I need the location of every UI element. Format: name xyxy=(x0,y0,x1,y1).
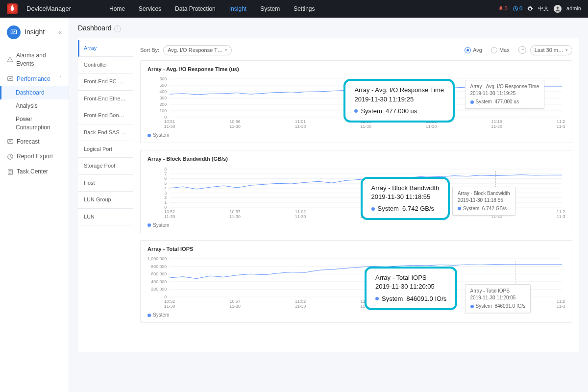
sidebar-sub-power-consumption[interactable]: Power Consumption xyxy=(0,113,69,134)
svg-text:11:01: 11:01 xyxy=(295,119,306,124)
chart-legend[interactable]: System xyxy=(147,132,565,139)
sidebar-icon xyxy=(7,75,14,82)
tab-front-end-fc-port[interactable]: Front-End FC Port xyxy=(78,74,133,90)
svg-text:10:52: 10:52 xyxy=(164,209,175,214)
tab-front-end-ethernet-port[interactable]: Front-End Ethernet Port xyxy=(78,91,133,107)
svg-text:11-30: 11-30 xyxy=(557,214,565,219)
sortby-select[interactable]: Avg. I/O Response T…▾ xyxy=(163,45,232,55)
svg-text:5: 5 xyxy=(164,181,167,186)
sidebar-sub-analysis[interactable]: Analysis xyxy=(0,99,69,113)
jobs-badge[interactable]: 0 xyxy=(513,5,522,12)
svg-text:10:51: 10:51 xyxy=(164,119,175,124)
tab-lun-group[interactable]: LUN Group xyxy=(78,192,133,208)
svg-text:800,000: 800,000 xyxy=(151,264,167,269)
brand-title: DeviceManager xyxy=(26,4,71,13)
svg-text:1,000,000: 1,000,000 xyxy=(147,256,167,261)
svg-text:10:56: 10:56 xyxy=(230,119,241,124)
chart-tooltip: Array - Block Bandwidth2019-11-30 11:18:… xyxy=(452,187,515,216)
sidebar-nav: Alarms and EventsPerformance˄DashboardAn… xyxy=(0,48,69,179)
svg-text:200,000: 200,000 xyxy=(151,287,167,292)
svg-text:10:57: 10:57 xyxy=(230,299,241,304)
svg-text:4: 4 xyxy=(164,186,167,191)
radio-avg[interactable]: Avg xyxy=(465,47,482,54)
svg-text:11:12: 11:12 xyxy=(426,299,437,304)
svg-rect-4 xyxy=(10,59,10,60)
sidebar-collapse-icon[interactable]: « xyxy=(58,28,62,37)
svg-text:11-30: 11-30 xyxy=(360,214,371,219)
info-icon[interactable]: i xyxy=(114,25,121,32)
svg-text:200: 200 xyxy=(159,102,167,107)
radio-max[interactable]: Max xyxy=(491,47,510,54)
chart-plot[interactable]: 0200,000400,000600,000800,0001,000,00010… xyxy=(147,256,565,310)
dashboard-panel: ArrayControllerFront-End FC PortFront-En… xyxy=(78,38,579,352)
svg-text:11-30: 11-30 xyxy=(164,214,175,219)
topmenu-system[interactable]: System xyxy=(260,5,280,13)
alerts-badge[interactable]: 0 xyxy=(498,5,508,12)
petal-icon xyxy=(7,3,18,14)
svg-text:11-30: 11-30 xyxy=(491,124,502,129)
sidebar-item-report-export[interactable]: Report Export xyxy=(0,149,69,164)
page-title: Dashboard i xyxy=(78,23,579,38)
svg-text:11:22: 11:22 xyxy=(557,299,565,304)
svg-text:400,000: 400,000 xyxy=(151,279,167,284)
tab-back-end-sas-port[interactable]: Back-End SAS Port xyxy=(78,124,133,141)
settings-icon[interactable] xyxy=(527,6,533,12)
svg-text:11:11: 11:11 xyxy=(426,119,437,124)
topmenu-data-protection[interactable]: Data Protection xyxy=(175,5,216,13)
charts-area: Sort By: Avg. I/O Response T…▾ Avg Max L… xyxy=(133,38,579,352)
user-icon[interactable] xyxy=(554,5,562,13)
tab-lun[interactable]: LUN xyxy=(78,209,133,225)
chevron-down-icon: ▾ xyxy=(225,47,227,53)
svg-text:10:52: 10:52 xyxy=(164,299,175,304)
topmenu-insight[interactable]: Insight xyxy=(229,5,246,13)
svg-text:11-30: 11-30 xyxy=(229,124,241,129)
chart-tooltip: Array - Avg. I/O Response Time2019-11-30… xyxy=(465,80,544,109)
chart-plot[interactable]: 010020030040050060010:5111-3010:5611-301… xyxy=(147,76,565,130)
svg-text:10:57: 10:57 xyxy=(230,209,241,214)
sidebar-item-performance[interactable]: Performance˄ xyxy=(0,72,69,87)
lang-switch[interactable]: 中文 xyxy=(538,5,549,12)
chart-toolbar: Sort By: Avg. I/O Response T…▾ Avg Max L… xyxy=(140,43,572,60)
sidebar-icon xyxy=(7,138,14,145)
topmenu-settings[interactable]: Settings xyxy=(294,5,315,13)
series-dot-icon xyxy=(458,207,461,210)
sidebar-item-alarms-and-events[interactable]: Alarms and Events xyxy=(0,48,69,72)
tab-storage-pool[interactable]: Storage Pool xyxy=(78,158,133,174)
svg-text:11:07: 11:07 xyxy=(361,299,371,304)
svg-text:11-30: 11-30 xyxy=(557,304,565,309)
top-menu: HomeServicesData ProtectionInsightSystem… xyxy=(109,5,315,13)
svg-text:11:12: 11:12 xyxy=(426,209,437,214)
topmenu-services[interactable]: Services xyxy=(139,5,161,13)
topmenu-home[interactable]: Home xyxy=(109,5,125,13)
sidebar-sub-dashboard[interactable]: Dashboard xyxy=(0,86,69,99)
svg-point-1 xyxy=(557,7,559,9)
tab-host[interactable]: Host xyxy=(78,175,133,192)
svg-text:600: 600 xyxy=(159,76,167,81)
sortby-label: Sort By: xyxy=(140,47,159,54)
timerange-icon[interactable] xyxy=(518,46,526,54)
svg-text:11:02: 11:02 xyxy=(295,209,306,214)
series-dot-icon xyxy=(470,100,474,104)
tab-logical-port[interactable]: Logical Port xyxy=(78,141,133,158)
svg-text:2: 2 xyxy=(164,195,167,200)
series-dot-icon xyxy=(147,134,151,137)
tab-controller[interactable]: Controller xyxy=(78,57,133,74)
tab-array[interactable]: Array xyxy=(78,40,133,57)
svg-text:11-30: 11-30 xyxy=(164,304,175,309)
clock-icon xyxy=(513,6,518,12)
user-name[interactable]: admin xyxy=(566,5,581,12)
bell-icon xyxy=(498,6,504,12)
svg-text:11-30: 11-30 xyxy=(426,124,437,129)
chart-plot[interactable]: 01234567810:5211-3010:5711-3011:0211-301… xyxy=(147,166,565,220)
sidebar-item-forecast[interactable]: Forecast xyxy=(0,134,69,149)
sidebar-item-task-center[interactable]: Task Center xyxy=(0,164,69,179)
tab-front-end-bond-port[interactable]: Front-End Bond Port xyxy=(78,107,133,124)
sidebar-head: Insight « xyxy=(0,23,69,45)
svg-text:11-30: 11-30 xyxy=(229,214,241,219)
sidebar: Insight « Alarms and EventsPerformance˄D… xyxy=(0,18,69,392)
svg-text:11-30: 11-30 xyxy=(295,214,306,219)
timerange-select[interactable]: Last 30 m…▾ xyxy=(530,45,572,55)
svg-text:11-30: 11-30 xyxy=(557,124,565,129)
svg-text:11-30: 11-30 xyxy=(229,304,241,309)
chart-legend[interactable]: System xyxy=(147,222,565,229)
